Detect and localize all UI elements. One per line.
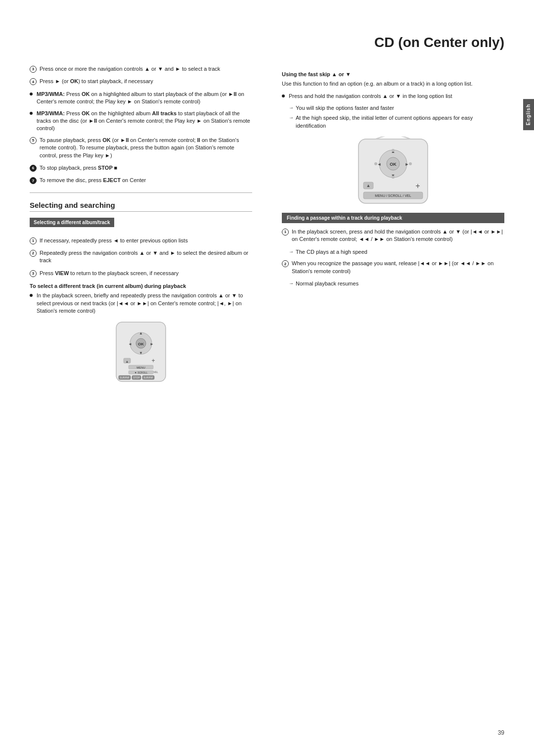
item-text: To remove the disc, press EJECT on Cente…: [40, 177, 252, 184]
arrow-icon: →: [289, 104, 294, 111]
arrow-text: You will skip the options faster and fas…: [296, 104, 394, 112]
item-text: When you recognize the passage you want,…: [292, 260, 504, 275]
svg-text:►: ►: [405, 162, 409, 167]
svg-text:►: ►: [150, 342, 154, 346]
item-text: MP3/WMA: Press OK on a highlighted album…: [37, 91, 252, 106]
selecting-section-title: Selecting and searching: [30, 201, 252, 212]
arrow-text: Normal playback resumes: [296, 280, 358, 287]
bullet-icon: [30, 112, 33, 115]
list-item: In the playback screen, briefly and repe…: [30, 292, 252, 315]
finding-section-label: Finding a passage within a track during …: [282, 213, 504, 223]
item-text: Repeatedly press the navigation controls…: [40, 249, 252, 265]
bullet-icon: [30, 93, 33, 95]
section-divider: [30, 192, 252, 193]
svg-text:+: +: [151, 357, 155, 364]
svg-point-31: [409, 162, 412, 165]
subsection-label: Selecting a different album/track: [30, 218, 114, 227]
page: English CD (on Center only) 3 Press once…: [0, 0, 534, 756]
arrow-item: → At the high speed skip, the initial le…: [289, 114, 504, 130]
remote-control-image: OK ▲ ▼ ◄ ► ▲ + MENU ▼ SCROLL: [101, 320, 180, 384]
subsection2-title: To select a different track (in current …: [30, 283, 252, 289]
bullet-icon: [282, 94, 285, 97]
item-number: 2: [282, 260, 289, 267]
item-number: 3: [30, 270, 37, 277]
svg-text:STOP: STOP: [133, 376, 140, 379]
remote-image-container: OK ▲ ▼ ◄ ► ▲ + MENU ▼ SCROLL: [30, 320, 252, 384]
arrow-icon: →: [289, 248, 294, 255]
item-number: 2: [30, 250, 37, 257]
arrow-item: → Normal playback resumes: [289, 280, 504, 287]
list-item: 6 To stop playback, press STOP ■: [30, 164, 252, 172]
svg-text:▲: ▲: [366, 183, 371, 188]
left-column: 3 Press once or more the navigation cont…: [30, 65, 262, 389]
item-number: 6: [30, 165, 37, 172]
list-item: MP3/WMA: Press OK on the highlighted alb…: [30, 110, 252, 133]
item-number: 3: [30, 66, 37, 73]
item-text: In the playback screen, briefly and repe…: [37, 292, 252, 315]
list-item: 4 Press ► (or OK) to start playback, if …: [30, 78, 252, 85]
list-item: 2 When you recognize the passage you wan…: [282, 260, 504, 275]
svg-text:SUR/INF: SUR/INF: [143, 376, 153, 379]
right-column: Using the fast skip ▲ or ▼ Use this func…: [282, 65, 504, 389]
fast-skip-title: Using the fast skip ▲ or ▼: [282, 71, 504, 77]
svg-text:▲: ▲: [139, 331, 143, 335]
svg-point-30: [374, 162, 377, 165]
svg-text:MENU / SCROLL / VEL: MENU / SCROLL / VEL: [375, 194, 411, 197]
arrow-text: The CD plays at a high speed: [296, 248, 367, 256]
language-tab: English: [523, 99, 534, 130]
arrow-text: At the high speed skip, the initial lett…: [296, 114, 504, 130]
svg-text:OK: OK: [390, 162, 397, 167]
main-content: 3 Press once or more the navigation cont…: [30, 65, 504, 389]
svg-text:◄: ◄: [377, 162, 382, 167]
svg-text:▼: ▼: [139, 351, 143, 355]
arrow-item: → You will skip the options faster and f…: [289, 104, 504, 112]
svg-text:▲: ▲: [126, 360, 129, 363]
list-item: 2 Repeatedly press the navigation contro…: [30, 249, 252, 265]
fast-skip-description: Use this function to find an option (e.g…: [282, 80, 504, 88]
fast-skip-remote-image: OK ▲ ▼ ◄ ► ▲ +: [349, 137, 438, 206]
item-number: 7: [30, 177, 37, 184]
list-item: 1 In the playback screen, press and hold…: [282, 228, 504, 243]
arrow-item: → The CD plays at a high speed: [289, 248, 504, 256]
item-text: To pause playback, press OK (or ►II on C…: [40, 137, 252, 159]
item-text: Press and hold the navigation controls ▲…: [289, 93, 504, 100]
list-item: 7 To remove the disc, press EJECT on Cen…: [30, 177, 252, 184]
page-number: 39: [498, 729, 504, 736]
list-item: 5 To pause playback, press OK (or ►II on…: [30, 137, 252, 159]
item-text: Press once or more the navigation contro…: [40, 65, 252, 73]
item-text: To stop playback, press STOP ■: [40, 164, 252, 172]
svg-point-32: [392, 149, 395, 152]
svg-text:◄: ◄: [128, 342, 132, 346]
item-number: 1: [282, 229, 289, 236]
svg-text:VEL: VEL: [153, 371, 158, 374]
item-number: 1: [30, 237, 37, 244]
item-number: 5: [30, 137, 37, 144]
arrow-icon: →: [289, 114, 294, 121]
list-item: 3 Press VIEW to return to the playback s…: [30, 270, 252, 277]
svg-point-33: [392, 176, 395, 179]
item-number: 4: [30, 78, 37, 85]
item-text: MP3/WMA: Press OK on the highlighted alb…: [37, 110, 252, 133]
svg-text:▼ SCROLL: ▼ SCROLL: [134, 371, 148, 374]
page-title: CD (on Center only): [30, 35, 504, 50]
svg-text:MENU: MENU: [136, 366, 145, 369]
item-text: In the playback screen, press and hold t…: [292, 228, 504, 243]
list-item: 1 If necessary, repeatedly press ◄ to en…: [30, 237, 252, 244]
item-text: Press ► (or OK) to start playback, if ne…: [40, 78, 252, 85]
svg-text:+: +: [415, 182, 420, 190]
list-item: 3 Press once or more the navigation cont…: [30, 65, 252, 73]
item-text: If necessary, repeatedly press ◄ to ente…: [40, 237, 252, 244]
svg-text:OK: OK: [138, 342, 144, 346]
list-item: MP3/WMA: Press OK on a highlighted album…: [30, 91, 252, 106]
list-item: Press and hold the navigation controls ▲…: [282, 93, 504, 100]
item-text: Press VIEW to return to the playback scr…: [40, 270, 252, 277]
bullet-icon: [30, 294, 33, 297]
svg-text:SUR/INF: SUR/INF: [120, 376, 130, 379]
fast-skip-remote-container: OK ▲ ▼ ◄ ► ▲ +: [282, 137, 504, 206]
arrow-icon: →: [289, 280, 294, 287]
